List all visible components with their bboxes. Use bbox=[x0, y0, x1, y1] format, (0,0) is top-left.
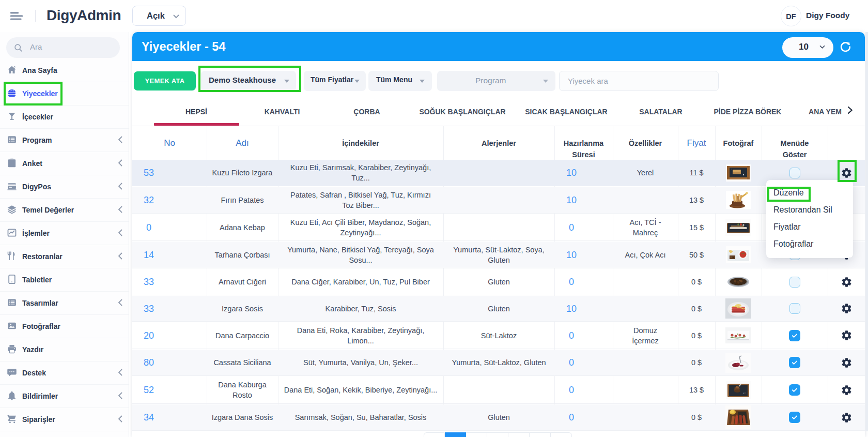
svg-text:ET: ET bbox=[743, 392, 746, 395]
